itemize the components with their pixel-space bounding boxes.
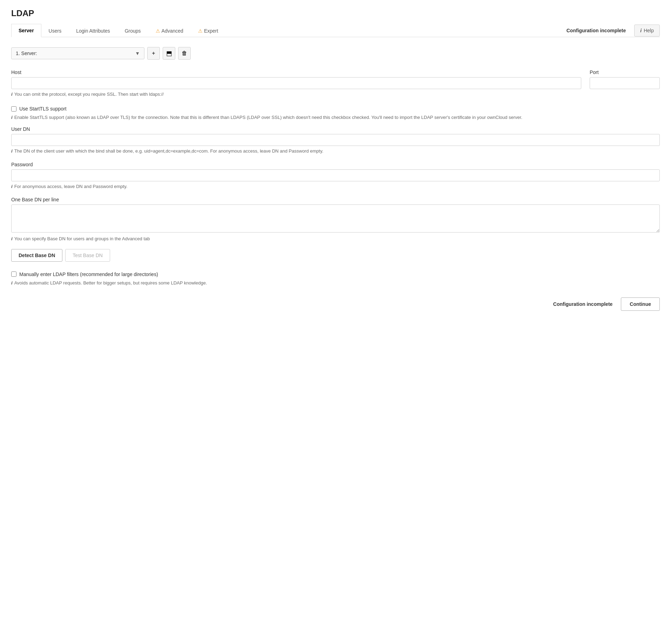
info-icon: i [640,28,642,33]
starttls-checkbox[interactable] [11,106,16,112]
base-dn-label: One Base DN per line [11,197,660,202]
header-config-status: Configuration incomplete [567,28,632,33]
user-dn-label: User DN [11,126,660,132]
base-dn-hint-icon: i [11,236,13,242]
tab-advanced[interactable]: ⚠Advanced [148,24,191,37]
trash-icon: 🗑 [182,50,187,56]
manual-filter-hint: i Avoids automatic LDAP requests. Better… [11,280,660,286]
host-input[interactable] [11,77,581,89]
password-label: Password [11,162,660,167]
server-row: 1. Server: ▼ + ⬒ 🗑 [11,47,660,60]
server-dropdown[interactable]: 1. Server: ▼ [11,47,144,59]
test-base-dn-button: Test Base DN [65,249,110,262]
user-dn-group: User DN i The DN of the client user with… [11,126,660,154]
base-dn-hint: i You can specify Base DN for users and … [11,236,660,242]
footer-config-status: Configuration incomplete [553,301,613,307]
tab-server[interactable]: Server [11,24,41,37]
host-label: Host [11,69,581,75]
tab-users[interactable]: Users [41,24,69,37]
port-group: Port [590,69,660,98]
add-server-button[interactable]: + [147,47,160,60]
manual-filter-row: Manually enter LDAP filters (recommended… [11,271,660,277]
host-hint: i You can omit the protocol, except you … [11,91,581,98]
starttls-hint-icon: i [11,114,13,121]
tabs-row: Server Users Login Attributes Groups ⚠Ad… [11,24,660,37]
base-dn-input[interactable] [11,204,660,233]
continue-button[interactable]: Continue [621,297,660,311]
password-hint-icon: i [11,183,13,190]
password-hint: i For anonymous access, leave DN and Pas… [11,183,660,190]
copy-icon: ⬒ [166,49,172,57]
tab-expert[interactable]: ⚠Expert [191,24,225,37]
manual-filter-hint-icon: i [11,280,13,286]
host-port-section: Host i You can omit the protocol, except… [11,69,660,105]
copy-server-button[interactable]: ⬒ [163,47,175,60]
password-input[interactable] [11,169,660,181]
starttls-row: Use StartTLS support [11,106,660,112]
user-dn-hint-icon: i [11,148,13,154]
page-title: LDAP [11,8,660,18]
port-input[interactable] [590,77,660,89]
chevron-down-icon: ▼ [135,51,140,56]
manual-filter-checkbox[interactable] [11,271,16,277]
user-dn-hint: i The DN of the client user with which t… [11,148,660,154]
port-label: Port [590,69,660,75]
footer-row: Configuration incomplete Continue [11,293,660,311]
help-button[interactable]: i Help [634,25,660,36]
host-group: Host i You can omit the protocol, except… [11,69,581,98]
starttls-hint: i Enable StartTLS support (also known as… [11,114,660,121]
password-group: Password i For anonymous access, leave D… [11,162,660,190]
expert-warn-icon: ⚠ [198,28,203,34]
tab-login-attributes[interactable]: Login Attributes [69,24,117,37]
detect-base-dn-button[interactable]: Detect Base DN [11,249,62,262]
host-hint-icon: i [11,91,13,98]
manual-filter-label[interactable]: Manually enter LDAP filters (recommended… [19,271,158,277]
base-dn-group: One Base DN per line i You can specify B… [11,197,660,242]
starttls-group: Use StartTLS support i Enable StartTLS s… [11,106,660,121]
starttls-label[interactable]: Use StartTLS support [19,106,67,112]
delete-server-button[interactable]: 🗑 [178,47,191,60]
manual-filter-group: Manually enter LDAP filters (recommended… [11,271,660,286]
base-dn-buttons: Detect Base DN Test Base DN [11,249,660,262]
tab-groups[interactable]: Groups [117,24,148,37]
advanced-warn-icon: ⚠ [156,28,160,34]
user-dn-input[interactable] [11,134,660,146]
